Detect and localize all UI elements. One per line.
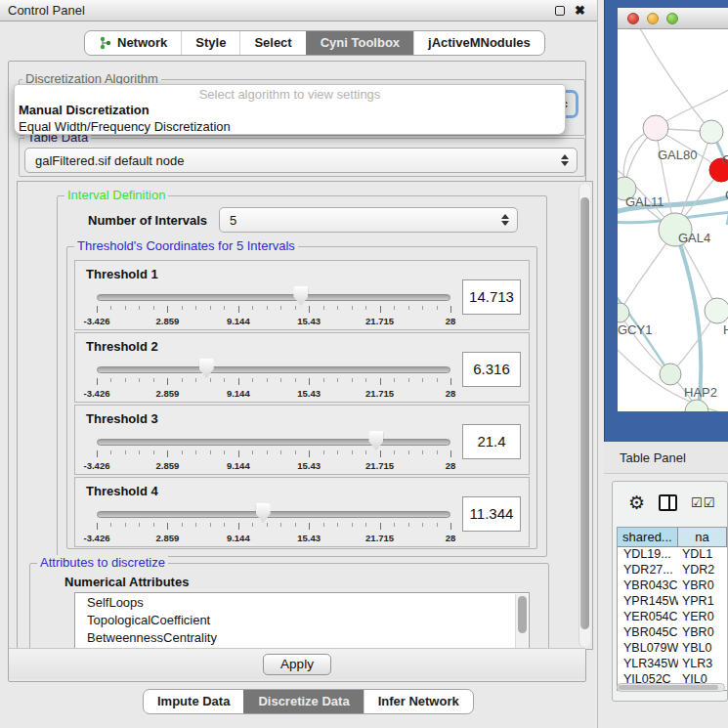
slider-thumb[interactable]: [199, 359, 214, 378]
attribute-list-item[interactable]: TopologicalCoefficient: [75, 611, 529, 628]
tick-label: 28: [446, 388, 456, 399]
node-label: H: [723, 322, 728, 337]
tick-label: -3.426: [84, 533, 110, 543]
float-panel-icon[interactable]: [555, 6, 565, 16]
tab-cyni-toolbox[interactable]: Cyni Toolbox: [306, 31, 413, 55]
tick-label: 28: [446, 533, 456, 543]
tab-discretize-data[interactable]: Discretize Data: [243, 690, 363, 713]
interval-definition-title: Interval Definition: [64, 188, 168, 202]
table-cell: YBR043C: [618, 578, 678, 594]
tick-label: 9.144: [227, 316, 250, 326]
table-row[interactable]: YBR043CYBR0: [618, 578, 727, 594]
tab-infer-network[interactable]: Infer Network: [364, 690, 473, 713]
tab-label: Style: [195, 31, 226, 55]
table-cell: YPR1: [678, 594, 727, 610]
slider-ticks: [97, 378, 450, 386]
network-window-titlebar: [618, 8, 728, 29]
control-panel-titlebar: Control Panel ✖: [0, 0, 597, 21]
tab-impute-data[interactable]: Impute Data: [144, 690, 243, 713]
node-label: GCY1: [618, 322, 652, 337]
table-row[interactable]: YBR045CYBR0: [618, 625, 727, 641]
attributes-scrollbar[interactable]: [515, 594, 528, 649]
threshold-value-field[interactable]: 14.713: [462, 279, 521, 315]
close-traffic-icon[interactable]: [627, 13, 639, 24]
tab-label: Infer Network: [378, 690, 459, 713]
table-panel-title: Table Panel: [620, 450, 686, 465]
threshold-value-field[interactable]: 6.316: [462, 352, 521, 387]
table-horizontal-scrollbar[interactable]: [617, 683, 725, 692]
close-icon[interactable]: ✖: [575, 6, 585, 16]
algorithm-option[interactable]: Equal Width/Frequency Discretization: [15, 118, 565, 135]
table-row[interactable]: YDL19...YDL1: [618, 547, 727, 563]
network-node[interactable]: [705, 298, 728, 323]
slider-track[interactable]: [97, 366, 450, 373]
algorithm-dropdown-popup: Select algorithm to view settings Manual…: [14, 84, 566, 135]
table-cell: YBR045C: [618, 625, 678, 641]
numerical-attributes-list[interactable]: SelfLoopsTopologicalCoefficientBetweenne…: [74, 592, 530, 649]
algorithm-option[interactable]: Manual Discretization: [15, 102, 565, 118]
network-icon: [99, 36, 112, 50]
tick-label: 2.859: [156, 460, 180, 471]
node-table: shared...na YDL19...YDL1YDR27...YDR2YBR0…: [617, 527, 727, 691]
slider-track[interactable]: [97, 511, 450, 518]
gear-icon[interactable]: ⚙: [628, 492, 645, 514]
numerical-attributes-label: Numerical Attributes: [64, 575, 189, 589]
table-row[interactable]: YBL079WYBL0: [618, 641, 727, 657]
network-node[interactable]: [700, 120, 723, 144]
tab-style[interactable]: Style: [181, 31, 239, 55]
settings-scrollbar[interactable]: [578, 184, 590, 647]
minimize-traffic-icon[interactable]: [647, 13, 659, 24]
apply-button[interactable]: Apply: [263, 654, 331, 675]
threshold-value-field[interactable]: 21.4: [462, 424, 521, 459]
slider-track[interactable]: [97, 294, 450, 301]
threshold-panel: Threshold 3-3.4262.8599.14415.4321.71528…: [74, 405, 530, 475]
tick-label: 15.43: [297, 316, 321, 326]
tab-select[interactable]: Select: [239, 31, 305, 55]
tick-label: 9.144: [227, 460, 250, 471]
network-node[interactable]: [643, 115, 668, 141]
tick-label: 2.859: [156, 316, 180, 326]
zoom-traffic-icon[interactable]: [666, 13, 678, 24]
slider-thumb[interactable]: [293, 286, 308, 306]
table-row[interactable]: YLR345WYLR3: [618, 657, 727, 672]
table-panel-window: ⚙ ☑☑ shared...na YDL19...YDL1YDR27...YDR…: [612, 481, 728, 702]
slider-track[interactable]: [97, 439, 450, 446]
network-canvas[interactable]: GAL80GAGAL11CGAL4GCY1HHAP2: [618, 29, 728, 411]
table-row[interactable]: YPR145WYPR1: [618, 594, 727, 610]
table-header-row: shared...na: [618, 528, 727, 547]
tab-label: Discretize Data: [258, 690, 349, 713]
tick-label: 9.144: [227, 388, 250, 399]
table-column-header[interactable]: shared...: [618, 528, 678, 546]
node-label: GAL80: [658, 148, 697, 162]
network-node[interactable]: [660, 364, 681, 385]
network-node[interactable]: [618, 303, 629, 322]
threshold-panel: Threshold 2-3.4262.8599.14415.4321.71528…: [74, 332, 530, 403]
number-of-intervals-combo[interactable]: 5: [219, 207, 518, 233]
table-row[interactable]: YDR27...YDR2: [618, 563, 727, 578]
columns-icon[interactable]: [659, 494, 677, 511]
tick-label: 21.715: [365, 316, 394, 326]
table-row[interactable]: YER054CYER0: [618, 610, 727, 625]
attributes-group-title: Attributes to discretize: [37, 555, 168, 570]
threshold-value-field[interactable]: 11.344: [462, 496, 521, 532]
threshold-panel: Threshold 4-3.4262.8599.14415.4321.71528…: [74, 477, 530, 547]
slider-thumb[interactable]: [256, 503, 271, 523]
attribute-list-item[interactable]: SelfLoops: [75, 593, 529, 611]
slider-thumb[interactable]: [368, 431, 383, 450]
tick-label: 21.715: [365, 460, 394, 471]
table-data-combo[interactable]: galFiltered.sif default node: [24, 148, 578, 173]
table-cell: YPR145W: [618, 594, 678, 610]
tick-label: 15.43: [297, 533, 321, 543]
tab-jactivemnodules[interactable]: jActiveMNodules: [413, 31, 544, 55]
table-cell: YBR0: [678, 625, 727, 641]
threshold-label: Threshold 4: [86, 484, 158, 498]
right-region: GAL80GAGAL11CGAL4GCY1HHAP2 Table Panel ⚙…: [604, 0, 728, 728]
attribute-list-item[interactable]: BetweennessCentrality: [75, 628, 529, 646]
panel-title: Control Panel: [8, 3, 85, 18]
tab-network[interactable]: Network: [85, 31, 181, 55]
select-columns-icon[interactable]: ☑☑: [691, 495, 715, 510]
tick-label: 15.43: [297, 460, 321, 471]
top-tab-bar: NetworkStyleSelectCyni ToolboxjActiveMNo…: [84, 30, 545, 56]
table-column-header[interactable]: na: [678, 528, 727, 546]
tick-label: 2.859: [156, 388, 180, 399]
